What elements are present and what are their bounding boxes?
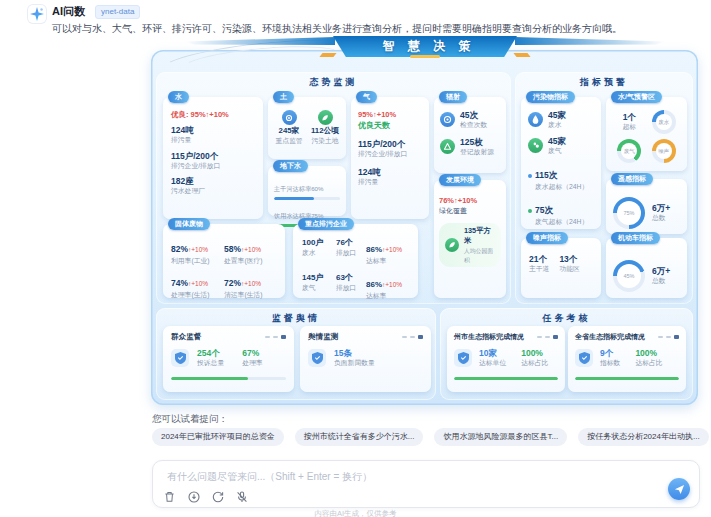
grade-value: 76%↑+10% bbox=[439, 196, 501, 205]
trash-icon bbox=[164, 491, 175, 503]
stat-value: 58% bbox=[224, 244, 241, 254]
send-button[interactable] bbox=[668, 478, 690, 500]
stat-label: 指标数 bbox=[600, 359, 620, 368]
stat: 45家 废气 bbox=[528, 136, 594, 156]
stat-label: 废气超标（24H） bbox=[535, 218, 594, 227]
table-row: 145户 废气 63个 排放口 86%↑+10% 达标率 bbox=[302, 273, 409, 301]
stat: 74%↑+10% 处理率(生活) bbox=[171, 272, 224, 300]
card-title: 舆情监测 bbox=[308, 332, 338, 342]
stat-value: 115户/200个 bbox=[171, 151, 255, 161]
stat-label: 功能区 bbox=[559, 265, 579, 274]
stat-value: 124吨 bbox=[358, 167, 422, 177]
stat-value: 1个 bbox=[623, 112, 636, 122]
stat-value: 182座 bbox=[171, 176, 255, 186]
grade-label: 绿化覆盖 bbox=[439, 206, 501, 216]
app-logo bbox=[28, 5, 46, 23]
table-row: 100户 废水 76个 排放口 86%↑+10% 达标率 bbox=[302, 238, 409, 266]
stat-label: 检查次数 bbox=[460, 121, 487, 130]
suggestion-chip[interactable]: 饮用水源地风险源最多的区县T... bbox=[434, 428, 567, 446]
stat-label: 达标率 bbox=[366, 292, 402, 301]
stat-label: 投诉总量 bbox=[197, 359, 224, 368]
stat-value: 145户 bbox=[302, 273, 336, 283]
suggestion-chip[interactable]: 2024年已审批环评项目的总资金 bbox=[152, 428, 284, 446]
gauge: 45% bbox=[613, 260, 645, 292]
stat-value: 45家 bbox=[548, 136, 566, 146]
stat-label: 主干道 bbox=[529, 265, 549, 274]
card-pollutant-index: 污染物指标 45家 废水 45家 废气 115次 bbox=[521, 97, 601, 229]
card-title: 全省生态指标完成情况 bbox=[575, 332, 645, 342]
banner-wing-right bbox=[515, 37, 665, 45]
stat-label: 废气 bbox=[302, 284, 336, 293]
card-legend-controls[interactable] bbox=[537, 335, 558, 339]
download-button[interactable] bbox=[187, 490, 200, 503]
stat: 63个 排放口 bbox=[336, 273, 366, 301]
card-vehicle-index: 机动车指标 45% 6万+ 总数 bbox=[606, 238, 687, 298]
stat-delta: ↑+10% bbox=[241, 280, 261, 287]
gauge-grid: 1个 超标 废水 废气 噪声 bbox=[612, 110, 681, 163]
card-pill: 遥感指标 bbox=[611, 173, 653, 185]
stat-value: 115次 bbox=[535, 170, 557, 180]
stat-delta: ↑+10% bbox=[241, 246, 261, 253]
card-title: 群众监督 bbox=[171, 332, 201, 342]
stat-label: 污水处理厂 bbox=[171, 187, 255, 196]
card-groundwater: 地下水 主干河达标率60% 饮用水达标率75% bbox=[268, 166, 346, 216]
card-air: 气 95%↑+10% 优良天数 115户/200个 排污企业/排放口 124吨 … bbox=[351, 97, 429, 219]
shield-icon bbox=[454, 349, 472, 367]
grade-label: 优良天数 bbox=[358, 120, 422, 131]
suggestion-chips: 2024年已审批环评项目的总资金 按州市统计全省有多少个污水... 饮用水源地风… bbox=[152, 428, 711, 446]
group-assessment: 任务考核 州市生态指标完成情况 10家 达标单位 100% 达标占比 bbox=[440, 308, 693, 400]
stat-value: 124吨 bbox=[171, 125, 255, 135]
stat-label: 总数 bbox=[652, 214, 670, 223]
suggestion-chip[interactable]: 按州市统计全省有多少个污水... bbox=[295, 428, 424, 446]
bullet-dot bbox=[528, 174, 532, 178]
card-water: 水 优良: 95%↑+10% 124吨 排污量 115户/200个 排污企业/排… bbox=[163, 97, 263, 219]
card-title: 州市生态指标完成情况 bbox=[454, 332, 524, 342]
grade-value: 95%↑+10% bbox=[358, 110, 422, 119]
gauge-center: 75% bbox=[617, 201, 641, 225]
message-input[interactable] bbox=[165, 467, 609, 485]
stat-label: 废水 bbox=[302, 249, 336, 258]
mic-off-icon bbox=[236, 491, 248, 503]
bar-label: 主干河达标率60% bbox=[274, 185, 324, 192]
stat-value: 76个 bbox=[336, 238, 366, 248]
clear-button[interactable] bbox=[163, 490, 176, 503]
banner-title: 智 慧 决 策 bbox=[333, 36, 521, 57]
shield-icon bbox=[171, 349, 189, 367]
stat: 58%↑+10% 处置率(医疗) bbox=[224, 238, 277, 266]
stat: 13个 功能区 bbox=[559, 254, 579, 298]
stat: 115次 废水超标（24H） bbox=[528, 164, 594, 192]
gauge: 废水 bbox=[652, 110, 676, 134]
stat-value: 115户/200个 bbox=[358, 139, 422, 149]
card-pill: 辐射 bbox=[439, 91, 467, 103]
card-legend-controls[interactable] bbox=[658, 335, 679, 339]
gauge: 噪声 bbox=[652, 139, 676, 163]
stat: 6万+ 总数 bbox=[652, 203, 670, 223]
stat-value: 45次 bbox=[460, 110, 487, 120]
stat: 124吨 排污量 bbox=[358, 167, 422, 187]
stat-value: 254个 bbox=[197, 348, 224, 358]
bullet-dot bbox=[528, 209, 532, 213]
card-pill: 地下水 bbox=[273, 160, 308, 172]
download-circle-icon bbox=[188, 491, 200, 503]
stat: 145户 废气 bbox=[302, 273, 336, 301]
card-legend-controls[interactable] bbox=[402, 335, 423, 339]
card-key-polluters: 重点排污企业 100户 废水 76个 排放口 86%↑+10% 达标率 bbox=[293, 224, 418, 298]
card-legend-controls[interactable] bbox=[265, 335, 286, 339]
mute-button[interactable] bbox=[235, 490, 248, 503]
card-noise-index: 噪声指标 21个 主干道 13个 功能区 bbox=[521, 238, 601, 298]
card-city-assessment: 州市生态指标完成情况 10家 达标单位 100% 达标占比 bbox=[447, 326, 565, 392]
stat: 45家 废水 bbox=[528, 110, 594, 130]
stat-delta: ↑+10% bbox=[188, 246, 208, 253]
banner-gold-accent bbox=[410, 55, 440, 58]
app-title: AI问数 bbox=[52, 4, 85, 19]
grade-label: 优良: bbox=[171, 110, 189, 119]
stat-delta: ↑+10% bbox=[382, 246, 402, 253]
group-title: 监督舆情 bbox=[156, 312, 436, 325]
stat: 100户 废水 bbox=[302, 238, 336, 266]
card-pill: 水 bbox=[168, 91, 189, 103]
suggestion-chip[interactable]: 按任务状态分析2024年出动执... bbox=[578, 428, 708, 446]
stat-label: 处置率(医疗) bbox=[224, 257, 277, 266]
shield-icon bbox=[575, 349, 593, 367]
history-button[interactable] bbox=[211, 490, 224, 503]
droplet-icon bbox=[528, 112, 543, 127]
